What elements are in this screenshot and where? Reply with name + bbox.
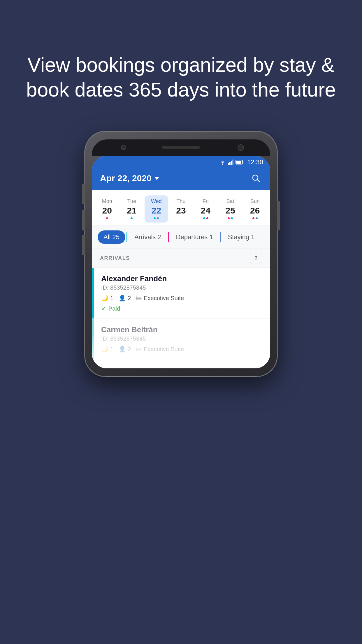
date-dropdown-arrow[interactable] [154, 177, 159, 180]
day-name-tue: Tue [127, 198, 136, 204]
booking-room-alexander: 🛏 Executive Suite [136, 295, 184, 302]
booking-nights-alexander: 🌙 1 [101, 295, 113, 302]
hero-title: View bookings organized by stay & book d… [23, 52, 339, 102]
tab-arrivals-count: 2 [157, 233, 161, 241]
day-number-sun: 26 [250, 206, 260, 216]
wifi-icon [219, 160, 226, 165]
day-name-mon: Mon [102, 198, 112, 204]
calendar-day-mon[interactable]: Mon 20 [95, 195, 119, 223]
booking-guests-alexander: 👤 2 [119, 295, 131, 302]
moon-icon-carmen: 🌙 [101, 346, 108, 353]
hero-section: View bookings organized by stay & book d… [0, 0, 362, 125]
room-type-alexander: Executive Suite [144, 295, 184, 302]
dot-blue-sun [256, 217, 258, 219]
tab-staying-count: 1 [251, 233, 254, 241]
booking-guests-carmen: 👤 2 [119, 346, 131, 353]
arrivals-section-title: ARRIVALS [100, 255, 130, 261]
status-icons: 12:30 [219, 158, 263, 166]
arrivals-section-header: ARRIVALS 2 [92, 249, 270, 268]
dot-teal-sat [231, 217, 233, 219]
tab-arrivals[interactable]: Arrivals 2 [129, 230, 167, 244]
day-dots-wed [154, 217, 159, 220]
dot-teal-fri [203, 217, 205, 219]
booking-content-alexander: Alexander Fandén ID: 85352875845 🌙 1 👤 2… [94, 268, 270, 318]
tab-all-count: 25 [112, 233, 119, 241]
separator-departures [168, 232, 169, 242]
tab-all-label: All [103, 233, 110, 241]
front-camera-right [238, 144, 244, 151]
booking-card-carmen[interactable]: Carmen Beltrán ID: 85352875845 🌙 1 👤 2 🛏 [92, 319, 270, 368]
filter-tabs: All 25 Arrivals 2 Departures 1 Staying 1 [92, 226, 270, 249]
booking-room-carmen: 🛏 Executive Suite [136, 346, 184, 353]
tab-staying[interactable]: Staying 1 [222, 230, 261, 244]
bed-icon: 🛏 [136, 295, 142, 302]
calendar-day-wed[interactable]: Wed 22 [145, 195, 168, 223]
day-dots-sat [228, 217, 233, 220]
day-dots-fri [203, 217, 208, 220]
booking-content-carmen: Carmen Beltrán ID: 85352875845 🌙 1 👤 2 🛏 [94, 319, 270, 368]
booking-details-carmen: 🌙 1 👤 2 🛏 Executive Suite [101, 346, 263, 353]
phone-screen: 12:30 Apr 22, 2020 [92, 156, 270, 368]
day-number-fri: 24 [201, 206, 210, 216]
day-name-sun: Sun [250, 198, 260, 204]
separator-arrivals [126, 232, 127, 242]
svg-rect-6 [242, 161, 243, 163]
tab-departures[interactable]: Departures 1 [170, 230, 219, 244]
nights-count-alexander: 1 [110, 295, 113, 302]
day-number-tue: 21 [127, 206, 136, 216]
moon-icon: 🌙 [101, 295, 108, 302]
separator-staying [220, 232, 221, 242]
dot-pink-sat [228, 217, 230, 219]
svg-rect-4 [232, 160, 233, 165]
day-name-thu: Thu [176, 198, 185, 204]
phone-outer-shell: 12:30 Apr 22, 2020 [85, 131, 277, 377]
calendar-day-sat[interactable]: Sat 25 [219, 195, 242, 223]
dot-pink-fri [206, 217, 208, 219]
calendar-week: Mon 20 Tue 21 Wed 22 [92, 190, 270, 226]
calendar-day-thu[interactable]: Thu 23 [169, 195, 193, 223]
person-icon-carmen: 👤 [119, 346, 126, 353]
tab-all[interactable]: All 25 [98, 230, 125, 244]
calendar-day-sun[interactable]: Sun 26 [243, 195, 267, 223]
booking-id-alexander: ID: 85352875845 [101, 284, 263, 291]
day-number-mon: 20 [102, 206, 112, 216]
day-number-thu: 23 [176, 206, 186, 216]
app-header: Apr 22, 2020 [92, 169, 270, 190]
tab-arrivals-label: Arrivals [134, 233, 156, 241]
booking-status-alexander: ✓ Paid [101, 305, 263, 312]
dot-pink-sun [252, 217, 254, 219]
header-date[interactable]: Apr 22, 2020 [100, 173, 159, 183]
day-dots-mon [106, 217, 108, 220]
day-name-wed: Wed [151, 198, 162, 204]
person-icon: 👤 [119, 295, 126, 302]
booking-side-bar-alexander [92, 268, 94, 318]
day-number-wed: 22 [152, 206, 161, 216]
booking-card-alexander[interactable]: Alexander Fandén ID: 85352875845 🌙 1 👤 2… [92, 268, 270, 319]
search-icon [252, 174, 260, 183]
tab-staying-label: Staying [228, 233, 249, 241]
booking-details-alexander: 🌙 1 👤 2 🛏 Executive Suite [101, 295, 263, 302]
front-camera-left [121, 145, 126, 150]
status-bar: 12:30 [92, 156, 270, 169]
svg-rect-1 [228, 163, 229, 165]
dot-blue-wed [157, 217, 159, 219]
phone-top-bar [92, 139, 270, 156]
tab-departures-count: 1 [209, 233, 213, 241]
svg-line-9 [257, 180, 260, 182]
calendar-day-tue[interactable]: Tue 21 [120, 195, 143, 223]
svg-rect-7 [236, 161, 241, 164]
battery-icon [236, 160, 244, 164]
guests-count-carmen: 2 [128, 346, 131, 353]
booking-name-alexander: Alexander Fandén [101, 274, 263, 283]
day-dots-sun [252, 217, 258, 220]
calendar-day-fri[interactable]: Fri 24 [194, 195, 217, 223]
search-button[interactable] [250, 172, 262, 184]
day-name-fri: Fri [203, 198, 209, 204]
room-type-carmen: Executive Suite [144, 346, 184, 353]
nights-count-carmen: 1 [110, 346, 113, 353]
tab-departures-label: Departures [176, 233, 208, 241]
phone-mockup: 12:30 Apr 22, 2020 [85, 131, 277, 377]
svg-point-0 [222, 164, 223, 165]
check-icon: ✓ [101, 305, 106, 312]
booking-side-bar-carmen [92, 319, 94, 368]
